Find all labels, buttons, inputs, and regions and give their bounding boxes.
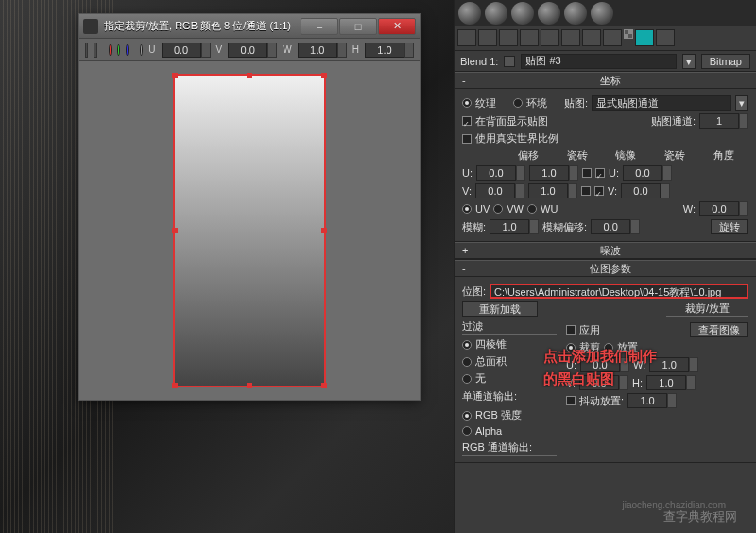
assign-icon[interactable] [478,29,497,46]
crop-dialog-icon [83,19,98,34]
bitmap-path-button[interactable]: C:\Users\Administrator\Desktop\04-15教程\1… [490,284,748,299]
material-slots [455,0,756,26]
red-channel-icon[interactable] [109,44,112,56]
material-slot[interactable] [564,2,587,25]
v-tile-input[interactable]: 1.0 [528,183,568,198]
blue-channel-icon[interactable] [126,44,129,56]
material-id-icon[interactable] [582,29,601,46]
material-slot[interactable] [511,2,534,25]
w-input[interactable]: 1.0 [298,43,337,58]
h-label: H [352,44,359,55]
green-channel-icon[interactable] [117,44,120,56]
bitmap-params-header[interactable]: -位图参数 [455,260,756,277]
maximize-button[interactable]: □ [339,18,377,35]
u-mirror-checkbox[interactable] [582,168,592,178]
jitter-input[interactable]: 1.0 [627,393,667,408]
w-spinner[interactable] [337,43,347,58]
u-label: U [148,44,155,55]
v-input[interactable]: 0.0 [228,43,267,58]
material-slot[interactable] [485,2,507,25]
v-spinner[interactable] [267,43,277,58]
crop-dialog-toolbar: U 0.0 V 0.0 W 1.0 H 1.0 [79,39,420,61]
view-image-button[interactable]: 查看图像 [690,322,748,337]
w-angle-input[interactable]: 0.0 [699,201,739,216]
tool-icon-1[interactable] [85,43,88,58]
v-offset-input[interactable]: 0.0 [475,183,515,198]
u-input[interactable]: 0.0 [162,43,201,58]
wu-radio[interactable] [527,204,537,214]
h-spinner[interactable] [404,43,414,58]
make-unique-icon[interactable] [541,29,559,46]
map-name-row: Blend 1: 贴图 #3 ▾ Bitmap [455,51,756,72]
uv-radio[interactable] [462,204,472,214]
apply-crop-checkbox[interactable] [566,325,576,335]
v-label: V [216,44,223,55]
noise-header[interactable]: +噪波 [455,242,756,259]
w-label: W [283,44,291,55]
channel-input[interactable]: 1 [699,113,739,129]
coordinates-rollup: -坐标 纹理 环境 贴图: 显式贴图通道 ▾ 在背面显示贴图 贴图通道: 1 使… [455,72,756,242]
material-slot[interactable] [538,2,560,25]
crop-dialog-body [79,61,420,400]
alpha-radio[interactable] [462,426,472,436]
crop-dialog-titlebar[interactable]: 指定裁剪/放置, RGB 颜色 8 位/通道 (1:1) – □ ✕ [79,14,420,39]
vw-radio[interactable] [493,204,503,214]
realworld-checkbox[interactable] [462,134,472,144]
watermark-main: 查字典教程网 [663,508,737,525]
map-slot-icon[interactable] [504,56,515,67]
minimize-button[interactable]: – [301,18,338,35]
rotate-button[interactable]: 旋转 [711,219,748,234]
v-angle-input[interactable]: 0.0 [621,183,661,198]
environ-radio[interactable] [513,98,523,108]
material-editor-panel: Blend 1: 贴图 #3 ▾ Bitmap -坐标 纹理 环境 贴图: 显式… [454,0,756,533]
show-end-icon[interactable] [624,29,633,39]
noise-rollup: +噪波 [455,242,756,260]
close-button[interactable]: ✕ [378,18,416,35]
u-tile-input[interactable]: 1.0 [529,165,569,181]
crop-dialog-title: 指定裁剪/放置, RGB 颜色 8 位/通道 (1:1) [104,19,300,33]
show-map-icon[interactable] [603,29,622,46]
gradient-preview[interactable] [173,74,326,387]
tool-icon-2[interactable] [94,43,96,58]
blur-input[interactable]: 1.0 [490,219,529,234]
crop-dialog: 指定裁剪/放置, RGB 颜色 8 位/通道 (1:1) – □ ✕ U 0.0… [78,13,421,401]
map-name-field[interactable]: 贴图 #3 [521,54,676,69]
map-type-button[interactable]: Bitmap [701,54,750,69]
v-tile-checkbox[interactable] [594,186,604,196]
summed-radio[interactable] [462,357,472,367]
annotation-line-2: 的黑白贴图 [543,370,614,388]
material-slot[interactable] [591,2,613,25]
dropdown-arrow-icon[interactable]: ▾ [682,54,696,69]
go-sibling-icon[interactable] [656,29,675,46]
blend-label: Blend 1: [460,56,498,67]
alpha-channel-icon[interactable] [140,44,143,56]
annotation-line-1: 点击添加我们制作 [543,348,657,366]
u-angle-input[interactable]: 0.0 [623,165,662,181]
blur-offset-input[interactable]: 0.0 [591,219,630,234]
eyedropper-icon[interactable] [457,29,476,46]
delete-icon[interactable] [499,29,518,46]
mapping-select[interactable]: 显式贴图通道 [592,95,731,111]
options-icon[interactable] [520,29,539,46]
go-parent-icon[interactable] [635,29,654,46]
rgb-intensity-radio[interactable] [462,411,472,421]
v-mirror-checkbox[interactable] [581,186,591,196]
material-slot[interactable] [458,2,481,25]
pyramidal-radio[interactable] [462,340,472,350]
show-back-checkbox[interactable] [462,116,472,126]
u-spinner[interactable] [201,43,211,58]
crop-h-input[interactable]: 1.0 [646,375,686,390]
h-input[interactable]: 1.0 [365,43,404,58]
reload-button[interactable]: 重新加载 [462,301,538,317]
dropdown-arrow-icon[interactable]: ▾ [735,95,748,111]
toolbar-row-1 [455,26,756,51]
none-radio[interactable] [462,374,472,384]
coordinates-header[interactable]: -坐标 [455,72,756,89]
jitter-checkbox[interactable] [566,396,576,405]
texture-radio[interactable] [462,98,472,108]
put-library-icon[interactable] [561,29,580,46]
u-offset-input[interactable]: 0.0 [476,165,516,181]
u-tile-checkbox[interactable] [595,168,605,178]
